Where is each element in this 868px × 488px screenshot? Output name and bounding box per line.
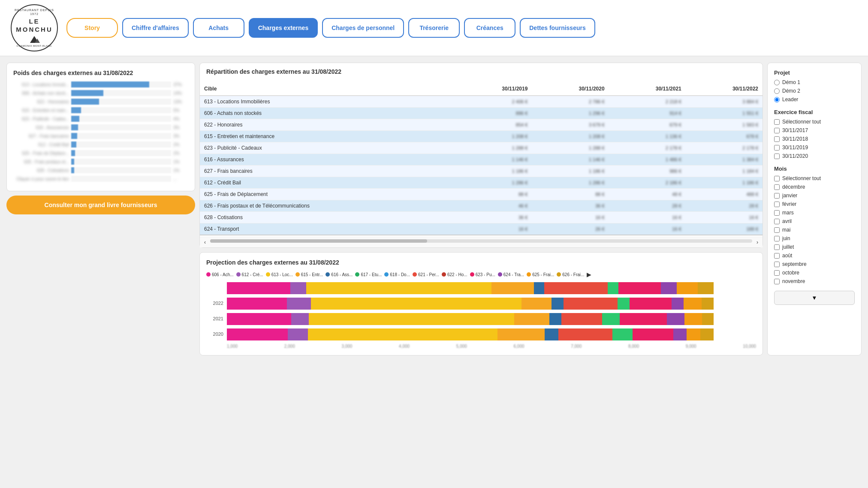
project-radio-item[interactable]: Leader (774, 96, 855, 102)
poids-label: 606 - Achats non stock... (13, 91, 69, 96)
row-v4: 1 186 € (686, 177, 763, 189)
project-radio-item[interactable]: Démo 1 (774, 79, 855, 85)
bar-segment (227, 298, 287, 310)
scroll-left-icon[interactable]: ‹ (204, 239, 206, 245)
mois-checkbox[interactable] (774, 176, 780, 181)
bar-segment (630, 298, 672, 310)
mois-check-item[interactable]: août (774, 253, 855, 259)
fiscal-check-item[interactable]: Sélectionner tout (774, 119, 855, 125)
mois-check-item[interactable]: février (774, 201, 855, 207)
table-row: 628 - Cotisations 36 € 16 € 16 € 16 € (200, 212, 763, 223)
tab-story[interactable]: Story (66, 18, 118, 38)
mois-checkbox[interactable] (774, 253, 780, 259)
fiscal-title: Exercice fiscal (774, 109, 855, 115)
scroll-right-icon[interactable]: › (756, 239, 758, 245)
poids-bar-container (71, 176, 171, 182)
project-radio[interactable] (774, 88, 780, 94)
row-v1: 16 € (455, 223, 532, 235)
bar-segment (497, 328, 545, 340)
total-v1: 5 218 € (455, 235, 532, 237)
mois-checkbox[interactable] (774, 210, 780, 216)
legend-label: 617 - Etu... (361, 272, 382, 277)
mois-label: octobre (782, 270, 799, 276)
poids-label: 628 - Cotisations (13, 168, 69, 173)
fiscal-checkbox[interactable] (774, 128, 780, 133)
mois-label: juillet (782, 244, 794, 250)
row-label: 628 - Cotisations (200, 212, 455, 223)
poids-value: ... (173, 177, 188, 181)
fiscal-checkbox[interactable] (774, 145, 780, 151)
row-v4: 1 583 € (686, 119, 763, 131)
tab-charges-personnel[interactable]: Charges de personnel (322, 18, 404, 38)
table-scroll[interactable]: Cible 30/11/2019 30/11/2020 30/11/2021 3… (200, 82, 763, 237)
mois-check-item[interactable]: mars (774, 210, 855, 216)
year-label: 2020 (206, 331, 223, 337)
fiscal-check-item[interactable]: 30/11/2017 (774, 127, 855, 133)
bar-segment (308, 328, 497, 340)
table-row: 625 - Frais de Déplacement 88 € 88 € 48 … (200, 189, 763, 200)
logo-circle: RESTAURANT DEPUIS 1972 LE MONCHU CHAMONI… (11, 4, 58, 51)
bar-segment (667, 313, 684, 325)
fiscal-label: 30/11/2017 (782, 127, 808, 133)
tab-creances[interactable]: Créances (464, 18, 515, 38)
fiscal-checkbox[interactable] (774, 119, 780, 125)
legend-dot (527, 272, 531, 277)
left-panel: Poids des charges externes au 31/08/2022… (6, 63, 195, 355)
poids-row: 616 - Assurances 3% (13, 124, 188, 130)
row-v3: 914 € (609, 108, 686, 119)
mois-checkbox[interactable] (774, 219, 780, 224)
header: RESTAURANT DEPUIS 1972 LE MONCHU CHAMONI… (0, 0, 868, 56)
mois-check-item[interactable]: octobre (774, 270, 855, 276)
logo-location: CHAMONIX MONT-BLANC (17, 45, 52, 48)
project-radio[interactable] (774, 97, 780, 102)
grand-livre-button[interactable]: Consulter mon grand livre fournisseurs (6, 196, 195, 214)
mois-checkbox[interactable] (774, 202, 780, 207)
mois-check-item[interactable]: juillet (774, 244, 855, 250)
bar-segment (633, 328, 673, 340)
project-radio-item[interactable]: Démo 2 (774, 88, 855, 94)
mois-checkbox[interactable] (774, 244, 780, 250)
mois-checkbox[interactable] (774, 270, 780, 276)
fiscal-checkbox[interactable] (774, 136, 780, 142)
tab-achats[interactable]: Achats (193, 18, 244, 38)
fiscal-check-item[interactable]: 30/11/2018 (774, 136, 855, 142)
tab-dettes[interactable]: Dettes fournisseurs (520, 18, 595, 38)
tab-tresorerie[interactable]: Trésorerie (408, 18, 460, 38)
fiscal-check-item[interactable]: 30/11/2019 (774, 145, 855, 151)
mois-checkbox[interactable] (774, 236, 780, 241)
mois-check-item[interactable]: décembre (774, 184, 855, 190)
fiscal-checkbox[interactable] (774, 154, 780, 159)
filter-button[interactable]: ▼ (774, 291, 855, 305)
poids-row: 622 - Honoraires 13% (13, 99, 188, 105)
legend-more-arrow[interactable]: ▶ (587, 271, 591, 278)
row-label: 622 - Honoraires (200, 119, 455, 131)
row-v3: 1 486 € (609, 154, 686, 166)
mois-check-item[interactable]: mai (774, 227, 855, 233)
poids-row: 615 - Entretien et main... 5% (13, 107, 188, 113)
mois-check-item[interactable]: avril (774, 218, 855, 224)
mois-check-item[interactable]: novembre (774, 278, 855, 284)
row-v3: 2 218 € (609, 96, 686, 108)
poids-bar (71, 150, 75, 156)
mois-checkbox[interactable] (774, 262, 780, 267)
mois-check-item[interactable]: juin (774, 235, 855, 241)
mois-check-item[interactable]: Sélectionner tout (774, 175, 855, 181)
mois-checkbox[interactable] (774, 227, 780, 233)
tab-chiffre[interactable]: Chiffre d'affaires (122, 18, 189, 38)
row-v4: 3 884 € (686, 96, 763, 108)
tab-charges-externes[interactable]: Charges externes (249, 18, 318, 38)
mois-checkbox[interactable] (774, 279, 780, 284)
mois-check-item[interactable]: janvier (774, 193, 855, 199)
mois-check-item[interactable]: septembre (774, 261, 855, 267)
row-label: 606 - Achats non stockés (200, 108, 455, 119)
col-2022: 30/11/2022 (686, 82, 763, 96)
project-radio[interactable] (774, 80, 780, 85)
bar-row (206, 282, 756, 294)
mois-checkbox[interactable] (774, 184, 780, 190)
poids-bar-container (71, 107, 171, 113)
mois-checkbox[interactable] (774, 193, 780, 199)
row-v1: 2 406 € (455, 96, 532, 108)
bar-segment (612, 328, 633, 340)
fiscal-check-item[interactable]: 30/11/2020 (774, 153, 855, 159)
bar-segment (702, 313, 714, 325)
